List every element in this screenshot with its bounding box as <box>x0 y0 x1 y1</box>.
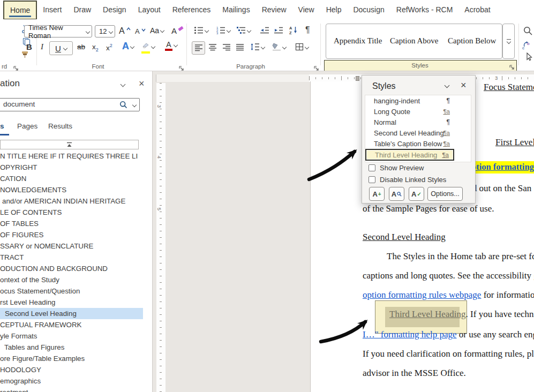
nav-item[interactable]: HODOLOGY <box>0 364 138 375</box>
nav-item[interactable]: emographics <box>0 375 138 387</box>
nav-item[interactable]: and/or AMERICAN INDIAN HERITAGE <box>0 195 140 207</box>
nav-search-input[interactable] <box>2 100 106 109</box>
bold-button[interactable]: B <box>26 42 32 51</box>
nav-item[interactable]: SSARY or NOMENCLATURE <box>0 240 138 252</box>
style-row-third-level-heading[interactable]: Third Level Heading¶a <box>365 149 454 161</box>
clipboard-dialog-launcher[interactable] <box>13 64 19 70</box>
change-case-button[interactable]: Aa <box>150 26 164 35</box>
styles-pane-chevron-icon[interactable] <box>445 83 450 88</box>
nav-item[interactable]: CATION <box>0 173 138 184</box>
align-center-button[interactable] <box>208 43 217 51</box>
show-paragraph-marks-button[interactable]: ¶ <box>305 25 310 35</box>
doc-line-sample-pages[interactable]: of the Sample Pages for ease of use. <box>363 203 494 214</box>
nav-item[interactable]: ontext of the Study <box>0 274 138 285</box>
nav-item[interactable]: TRACT <box>0 252 138 263</box>
horizontal-ruler[interactable]: 3 <box>156 74 534 82</box>
tab-review[interactable]: Review <box>256 0 292 19</box>
tab-view[interactable]: View <box>292 0 320 19</box>
doc-line-captions-quotes[interactable]: captions and long quotes. See the access… <box>363 270 534 281</box>
nav-item[interactable]: Tables and Figures <box>0 342 142 353</box>
tab-refworks[interactable]: RefWorks - RCM <box>390 0 459 19</box>
find-button[interactable] <box>523 26 533 36</box>
decrease-indent-button[interactable] <box>260 26 269 34</box>
nav-item[interactable]: rst Level Heading <box>0 297 138 308</box>
doc-line-advisor[interactable]: advisor in the MSSE Office. <box>363 368 466 379</box>
style-appendix-title[interactable]: Appendix Title <box>334 36 382 46</box>
styles-pane-close-icon[interactable]: × <box>461 80 467 91</box>
tab-mailings[interactable]: Mailings <box>216 0 255 19</box>
doc-line-second-level-heading[interactable]: Second Level Heading <box>363 232 446 243</box>
nav-item[interactable]: CEPTUAL FRAMEWORK <box>0 319 138 330</box>
doc-line-third-level-heading[interactable]: Third Level Heading. If you have technic… <box>389 309 534 320</box>
doc-line-clarification[interactable]: If you need clarification on formatting … <box>363 349 534 359</box>
sort-button[interactable]: AZ <box>289 26 298 34</box>
font-dialog-launcher[interactable] <box>178 64 185 70</box>
font-color-button[interactable]: A <box>165 41 177 51</box>
nav-search-box[interactable] <box>0 98 140 111</box>
tab-acrobat[interactable]: Acrobat <box>458 0 496 19</box>
borders-button[interactable] <box>295 43 309 51</box>
style-row-hanging-indent[interactable]: hanging-indent¶ <box>365 95 454 106</box>
text-highlight-button[interactable] <box>141 41 155 54</box>
shading-button[interactable] <box>272 43 286 51</box>
nav-item-selected[interactable]: Second Level Heading <box>0 308 143 319</box>
italic-button[interactable]: I <box>41 42 43 51</box>
style-row-long-quote[interactable]: Long Quote¶a <box>365 106 454 117</box>
nav-collapse-all-bar[interactable] <box>0 140 139 149</box>
replace-button[interactable]: bc <box>522 41 531 50</box>
manage-styles-button[interactable]: A✓ <box>409 187 424 201</box>
format-painter-button[interactable] <box>21 50 29 59</box>
nav-item[interactable]: reatment <box>0 387 138 392</box>
text-effects-button[interactable]: A <box>122 41 134 52</box>
font-name-combobox[interactable]: Times New Roman <box>24 25 92 37</box>
style-row-second-level-heading[interactable]: Second Level Heading¶a <box>365 127 454 138</box>
doc-line-formatting-help[interactable]: I…" formatting help page or use any sear… <box>363 329 534 340</box>
nav-tab-results[interactable]: Results <box>48 122 72 130</box>
tab-help[interactable]: Help <box>320 0 348 19</box>
doc-line-highlight-link[interactable]: ption formatting <box>471 162 534 172</box>
style-row-tables-caption-below[interactable]: Table's Caption Below¶a <box>365 138 454 149</box>
tab-references[interactable]: References <box>167 0 217 19</box>
clear-formatting-button[interactable]: A <box>171 26 183 35</box>
subscript-button[interactable]: x2 <box>92 43 99 52</box>
doc-line-first-level[interactable]: First Level <box>495 137 534 148</box>
nav-search-magnifier-icon[interactable] <box>119 101 127 111</box>
doc-link-option-formatting[interactable]: option formatting rules webpage <box>363 290 481 300</box>
tab-docusign[interactable]: Docusign <box>347 0 390 19</box>
style-inspector-button[interactable]: A <box>389 187 404 201</box>
multilevel-list-button[interactable] <box>236 26 251 34</box>
doc-line-option-formatting[interactable]: option formatting rules webpage for info… <box>363 290 534 300</box>
indent-marker[interactable] <box>356 76 359 81</box>
tab-design[interactable]: Design <box>97 0 132 19</box>
nav-search-dropdown-icon[interactable] <box>132 103 137 107</box>
nav-item[interactable]: N TITLE HERE IF IT REQUIRES THREE LINES.… <box>0 150 138 162</box>
nav-item[interactable]: ore Figure/Table Examples <box>0 353 138 364</box>
nav-item[interactable]: ocus Statement/Question <box>0 285 138 297</box>
line-spacing-button[interactable] <box>250 43 265 51</box>
nav-close-icon[interactable]: × <box>139 79 145 88</box>
tab-draw[interactable]: Draw <box>67 0 97 19</box>
doc-line-laid-out[interactable]: id out on the San <box>470 183 531 194</box>
nav-item[interactable]: ODUCTION AND BACKGROUND <box>0 263 138 274</box>
select-button[interactable] <box>526 52 533 62</box>
nav-item[interactable]: yle Formats <box>0 330 138 342</box>
doc-link-formatting-help[interactable]: I…" formatting help page <box>363 329 456 340</box>
increase-indent-button[interactable] <box>274 26 283 34</box>
underline-button[interactable]: U <box>49 41 73 55</box>
bullets-button[interactable] <box>194 26 208 34</box>
paragraph-dialog-launcher[interactable] <box>313 64 320 70</box>
nav-chevron-icon[interactable] <box>121 79 125 88</box>
new-style-button[interactable]: A+ <box>369 187 385 201</box>
styles-dialog-launcher[interactable] <box>509 63 515 69</box>
align-left-button[interactable] <box>192 41 205 55</box>
font-size-combobox[interactable]: 12 <box>95 25 115 37</box>
nav-item[interactable]: OPYRIGHT <box>0 162 138 173</box>
superscript-button[interactable]: x2 <box>106 43 112 52</box>
justify-button[interactable] <box>236 43 244 51</box>
nav-item[interactable]: LE OF CONTENTS <box>0 207 138 218</box>
doc-line-styles-preset[interactable]: The Styles in the Home tab are pre-set f… <box>387 251 534 262</box>
nav-tab-pages[interactable]: Pages <box>17 122 37 130</box>
style-caption-below[interactable]: Caption Below <box>448 36 496 46</box>
styles-options-button[interactable]: Options... <box>427 187 463 201</box>
style-caption-above[interactable]: Caption Above <box>390 36 438 46</box>
